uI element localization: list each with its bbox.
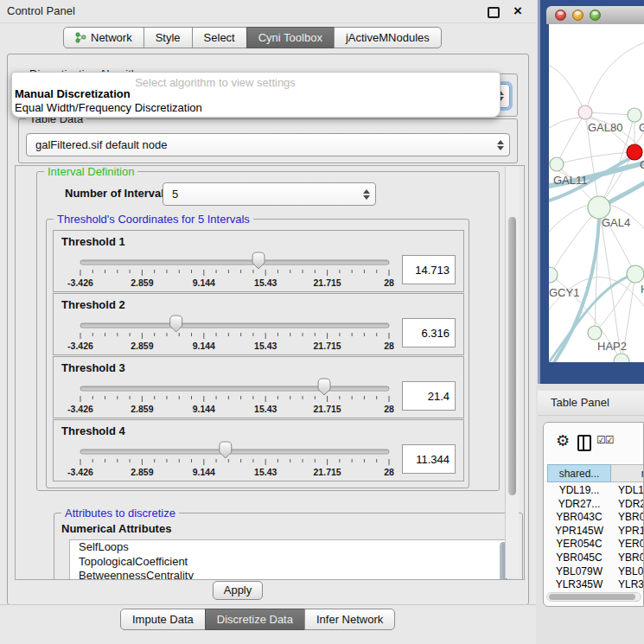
svg-text:9.144: 9.144 [193, 404, 215, 414]
table-row[interactable]: YER054CYER0 [547, 538, 644, 551]
cell-shared-name: YDR27... [547, 498, 611, 510]
svg-text:C: C [640, 158, 644, 171]
table-row[interactable]: YBR045CYBR0 [547, 552, 644, 564]
svg-text:28: 28 [384, 277, 394, 288]
combo-stepper-icon [496, 139, 505, 151]
svg-text:2.859: 2.859 [131, 467, 153, 477]
attribute-item[interactable]: SelfLoops [70, 540, 509, 555]
network-icon [75, 32, 86, 43]
table-panel-header: Table Panel [538, 391, 644, 416]
svg-text:9.144: 9.144 [193, 341, 215, 351]
tab-impute-data[interactable]: Impute Data [120, 609, 206, 630]
threshold-label: Threshold 1 [61, 235, 125, 248]
close-traffic-light-icon[interactable] [555, 10, 566, 21]
network-graph: GAL80GCGAL11GAL4GCY1HHAP2 [549, 24, 644, 362]
table-row[interactable]: YBR043CYBR0 [547, 511, 644, 524]
svg-text:-3.426: -3.426 [67, 277, 93, 288]
control-panel-titlebar: Control Panel × [0, 0, 536, 23]
apply-button[interactable]: Apply [213, 581, 263, 600]
slider-thumb[interactable] [252, 252, 265, 269]
svg-text:H: H [641, 283, 644, 296]
table-row[interactable]: YLR345WYLR3 [547, 578, 644, 591]
minimize-traffic-light-icon[interactable] [572, 10, 583, 21]
svg-text:15.43: 15.43 [254, 467, 277, 477]
table-row[interactable]: YBL079WYBL0 [547, 565, 644, 578]
tab-discretize-data-label: Discretize Data [217, 609, 293, 629]
tab-style-label: Style [156, 28, 181, 48]
cell-name: YPR1 [618, 525, 644, 537]
number-of-intervals-combobox[interactable]: 5 [163, 182, 376, 206]
cell-name: YBR0 [618, 511, 644, 523]
threshold-value-field[interactable]: 11.344 [402, 444, 456, 474]
slider-thumb[interactable] [170, 316, 182, 332]
horizontal-scrollbar[interactable] [546, 592, 641, 602]
svg-text:21.715: 21.715 [314, 404, 341, 414]
slider-thumb[interactable] [220, 442, 232, 458]
tab-infer-network-label: Infer Network [316, 609, 383, 629]
slider-thumb[interactable] [318, 379, 330, 395]
threshold-label: Threshold 2 [61, 298, 125, 311]
tab-impute-data-label: Impute Data [132, 609, 194, 629]
svg-text:9.144: 9.144 [193, 467, 215, 477]
number-of-intervals-value: 5 [172, 183, 178, 205]
threshold-label: Threshold 4 [61, 424, 125, 437]
interval-definition-group: Interval Definition Number of Intervals … [36, 171, 500, 491]
threshold-label: Threshold 3 [61, 361, 125, 374]
svg-text:15.43: 15.43 [254, 277, 277, 288]
tab-infer-network[interactable]: Infer Network [304, 609, 395, 630]
gear-icon[interactable]: ⚙ [556, 431, 570, 450]
vertical-scrollbar-thumb[interactable] [508, 217, 516, 495]
float-window-icon[interactable] [488, 7, 500, 18]
horizontal-scrollbar-thumb[interactable] [549, 594, 635, 600]
attribute-item[interactable]: TopologicalCoefficient [70, 555, 509, 570]
attribute-item[interactable]: BetweennessCentrality [70, 569, 509, 580]
numerical-attributes-list[interactable]: SelfLoopsTopologicalCoefficientBetweenne… [69, 539, 510, 580]
tab-network-label: Network [91, 28, 132, 48]
table-row[interactable]: YPR145WYPR1 [547, 525, 644, 538]
table-panel-window: ⚙ ☑☑ shared... na YDL19...YDL1YDR27...YD… [543, 422, 644, 607]
table-data-combobox[interactable]: galFiltered.sif default node [26, 133, 510, 156]
split-columns-icon[interactable] [577, 435, 591, 451]
cell-name: YLR3 [618, 578, 644, 590]
tab-jactivemnodules[interactable]: jActiveMNodules [334, 27, 442, 48]
numerical-attributes-label: Numerical Attributes [61, 522, 171, 535]
cell-name: YBL0 [618, 565, 643, 577]
toolbox-tabstrip: Network Style Select Cyni Toolbox jActiv… [63, 27, 442, 48]
algorithm-dropdown-popup: Select algorithm to view settingsManual … [11, 72, 501, 118]
tab-cyni-toolbox[interactable]: Cyni Toolbox [246, 27, 335, 48]
tab-discretize-data[interactable]: Discretize Data [205, 609, 305, 630]
column-header-name[interactable]: na [611, 464, 644, 482]
svg-text:15.43: 15.43 [254, 341, 277, 351]
svg-text:28: 28 [384, 341, 394, 351]
svg-text:2.859: 2.859 [131, 277, 153, 288]
close-icon[interactable]: × [513, 1, 522, 22]
threshold-value-field[interactable]: 6.316 [402, 318, 456, 348]
svg-text:GCY1: GCY1 [549, 286, 579, 299]
threshold-panel-4: Threshold 4-3.4262.8599.14415.4321.71528… [53, 419, 464, 481]
table-row[interactable]: YDR27...YDR2 [547, 498, 644, 511]
threshold-panel-1: Threshold 1-3.4262.8599.14415.4321.71528… [53, 230, 464, 292]
network-view-window: GAL80GCGAL11GAL4GCY1HHAP2 [538, 0, 644, 384]
algorithm-option-2[interactable]: Equal Width/Frequency Discretization [15, 101, 202, 114]
threshold-value-field[interactable]: 21.4 [402, 381, 456, 411]
tab-network[interactable]: Network [63, 27, 144, 48]
column-header-shared-name[interactable]: shared... [547, 464, 611, 482]
interval-definition-title: Interval Definition [44, 165, 137, 178]
cell-name: YER0 [618, 538, 644, 550]
vertical-scrollbar[interactable] [505, 167, 519, 578]
zoom-traffic-light-icon[interactable] [590, 10, 601, 21]
select-columns-icon[interactable]: ☑☑ [596, 434, 614, 446]
svg-text:21.715: 21.715 [314, 277, 341, 288]
tab-select[interactable]: Select [192, 27, 247, 48]
table-row[interactable]: YDL19...YDL1 [547, 484, 644, 497]
table-data-group: Table Data galFiltered.sif default node [18, 118, 518, 163]
svg-text:-3.426: -3.426 [67, 341, 93, 351]
svg-text:GAL11: GAL11 [553, 174, 588, 187]
algorithm-option-1[interactable]: Manual Discretization [15, 87, 131, 100]
threshold-value-field[interactable]: 14.713 [402, 255, 456, 284]
settings-scroll-area: Interval Definition Number of Intervals … [15, 165, 525, 580]
tab-style[interactable]: Style [143, 27, 193, 48]
network-canvas[interactable]: GAL80GCGAL11GAL4GCY1HHAP2 [549, 24, 644, 362]
svg-text:GAL4: GAL4 [602, 216, 630, 229]
tab-select-label: Select [204, 28, 235, 48]
